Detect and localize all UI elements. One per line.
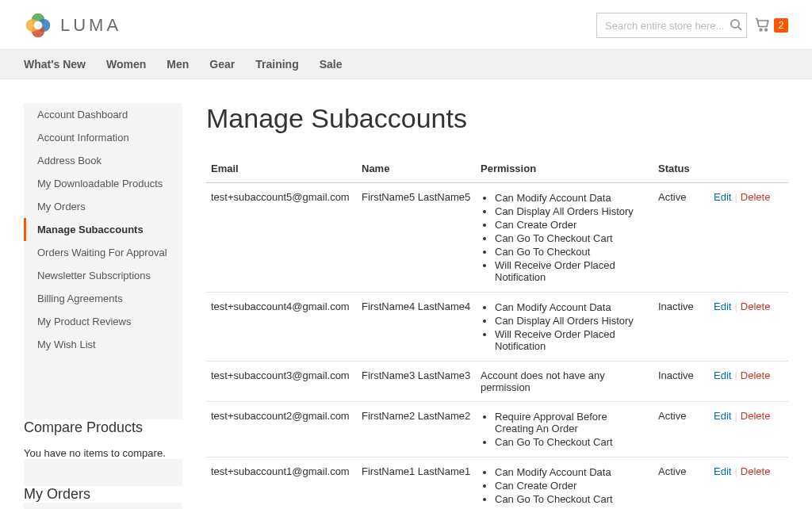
edit-link[interactable]: Edit	[714, 300, 731, 312]
delete-link[interactable]: Delete	[741, 369, 771, 381]
cell-permission: Require Approval Before Creating An Orde…	[476, 402, 653, 457]
cell-email: test+subaccount1@gmail.com	[206, 457, 357, 510]
sidebar-item[interactable]: Account Dashboard	[24, 103, 182, 126]
cell-permission: Can Modify Account DataCan Display All O…	[476, 293, 653, 362]
cell-email: test+subaccount3@gmail.com	[206, 362, 357, 402]
permission-item: Can Modify Account Data	[495, 465, 649, 479]
cell-status: Active	[653, 183, 709, 293]
delete-link[interactable]: Delete	[741, 410, 771, 422]
cell-permission: Account does not have any permission	[476, 362, 653, 402]
th-permission: Permission	[476, 155, 653, 183]
cell-name: FirstName2 LastName2	[357, 402, 476, 457]
svg-line-6	[738, 27, 741, 30]
cell-actions: Edit|Delete	[709, 183, 788, 293]
search-icon[interactable]	[730, 18, 742, 33]
permission-item: Require Approval Before Creating An Orde…	[495, 410, 649, 435]
compare-title: Compare Products	[24, 419, 182, 436]
cell-name: FirstName5 LastName5	[357, 183, 476, 293]
delete-link[interactable]: Delete	[741, 300, 771, 312]
permission-item: Can Create Order	[495, 218, 649, 232]
cell-status: Inactive	[653, 362, 709, 402]
cell-status: Active	[653, 457, 709, 510]
edit-link[interactable]: Edit	[714, 369, 731, 381]
action-separator: |	[731, 369, 740, 381]
topnav-item[interactable]: Gear	[209, 58, 235, 71]
search-box	[596, 13, 747, 38]
account-sidebar: Account DashboardAccount InformationAddr…	[24, 103, 182, 509]
sidebar-item[interactable]: Orders Waiting For Approval	[24, 241, 182, 264]
th-actions	[709, 155, 788, 183]
permission-item: Can Go To Checkout	[495, 245, 649, 258]
permission-item: Can Create Order	[495, 479, 649, 492]
permission-item: Can Go To Checkout Cart	[495, 492, 649, 506]
cell-email: test+subaccount4@gmail.com	[206, 293, 357, 362]
table-row: test+subaccount4@gmail.comFirstName4 Las…	[206, 293, 788, 362]
top-nav: What's NewWomenMenGearTrainingSale	[0, 49, 812, 79]
edit-link[interactable]: Edit	[714, 191, 731, 203]
sidebar-item[interactable]: My Orders	[24, 195, 182, 218]
cell-status: Active	[653, 402, 709, 457]
sidebar-item[interactable]: My Product Reviews	[24, 310, 182, 333]
permission-item: Will Receive Order Placed Notification	[495, 327, 649, 353]
svg-point-8	[765, 29, 768, 30]
permission-item: Can Go To Checkout	[495, 506, 649, 509]
sidebar-item[interactable]: Address Book	[24, 149, 182, 172]
cell-actions: Edit|Delete	[709, 402, 788, 457]
cell-permission: Can Modify Account DataCan Display All O…	[476, 183, 653, 293]
sidebar-item[interactable]: Manage Subaccounts	[24, 218, 182, 241]
topnav-item[interactable]: Sale	[320, 58, 343, 71]
th-email: Email	[206, 155, 357, 183]
delete-link[interactable]: Delete	[741, 465, 771, 477]
cart-count-badge: 2	[774, 18, 788, 33]
action-separator: |	[731, 191, 740, 203]
header: LUMA 2	[0, 0, 812, 49]
edit-link[interactable]: Edit	[714, 410, 731, 422]
sidebar-item[interactable]: Newsletter Subscriptions	[24, 264, 182, 287]
action-separator: |	[731, 300, 740, 312]
table-row: test+subaccount3@gmail.comFirstName3 Las…	[206, 362, 788, 402]
action-separator: |	[731, 465, 740, 477]
cell-name: FirstName3 LastName3	[357, 362, 476, 402]
page-title: Manage Subaccounts	[206, 103, 788, 134]
table-row: test+subaccount2@gmail.comFirstName2 Las…	[206, 402, 788, 457]
sidebar-item[interactable]: Account Information	[24, 126, 182, 149]
cell-email: test+subaccount2@gmail.com	[206, 402, 357, 457]
topnav-item[interactable]: Training	[255, 58, 298, 71]
topnav-item[interactable]: Men	[167, 58, 189, 71]
topnav-item[interactable]: What's New	[24, 58, 86, 71]
permission-item: Can Display All Orders History	[495, 205, 649, 218]
cart-icon	[755, 17, 771, 35]
sidebar-item[interactable]: Billing Agreements	[24, 287, 182, 310]
cell-actions: Edit|Delete	[709, 293, 788, 362]
main-content: Manage Subaccounts Email Name Permission…	[206, 103, 788, 509]
edit-link[interactable]: Edit	[714, 465, 731, 477]
cell-actions: Edit|Delete	[709, 457, 788, 510]
cell-actions: Edit|Delete	[709, 362, 788, 402]
compare-empty-text: You have no items to compare.	[24, 447, 182, 459]
table-row: test+subaccount5@gmail.comFirstName5 Las…	[206, 183, 788, 293]
my-orders-block: My Orders	[24, 486, 182, 503]
cart[interactable]: 2	[755, 17, 788, 35]
delete-link[interactable]: Delete	[741, 191, 771, 203]
th-name: Name	[357, 155, 476, 183]
subaccounts-table: Email Name Permission Status test+subacc…	[206, 155, 788, 509]
action-separator: |	[731, 410, 740, 422]
compare-products-block: Compare Products You have no items to co…	[24, 419, 182, 459]
sidebar-item[interactable]: My Wish List	[24, 333, 182, 356]
my-orders-title: My Orders	[24, 486, 182, 503]
svg-point-7	[760, 29, 762, 30]
cell-name: FirstName4 LastName4	[357, 293, 476, 362]
logo[interactable]: LUMA	[24, 11, 121, 40]
svg-point-4	[34, 21, 43, 30]
topnav-item[interactable]: Women	[106, 58, 146, 71]
permission-item: Can Modify Account Data	[495, 300, 649, 314]
svg-point-5	[731, 20, 739, 28]
sidebar-item[interactable]: My Downloadable Products	[24, 172, 182, 195]
permission-item: Can Modify Account Data	[495, 191, 649, 205]
permission-item: Can Go To Checkout Cart	[495, 232, 649, 245]
permission-item: Can Go To Checkout Cart	[495, 435, 649, 449]
cell-permission: Can Modify Account DataCan Create OrderC…	[476, 457, 653, 510]
search-input[interactable]	[596, 13, 747, 38]
th-status: Status	[653, 155, 709, 183]
table-row: test+subaccount1@gmail.comFirstName1 Las…	[206, 457, 788, 510]
